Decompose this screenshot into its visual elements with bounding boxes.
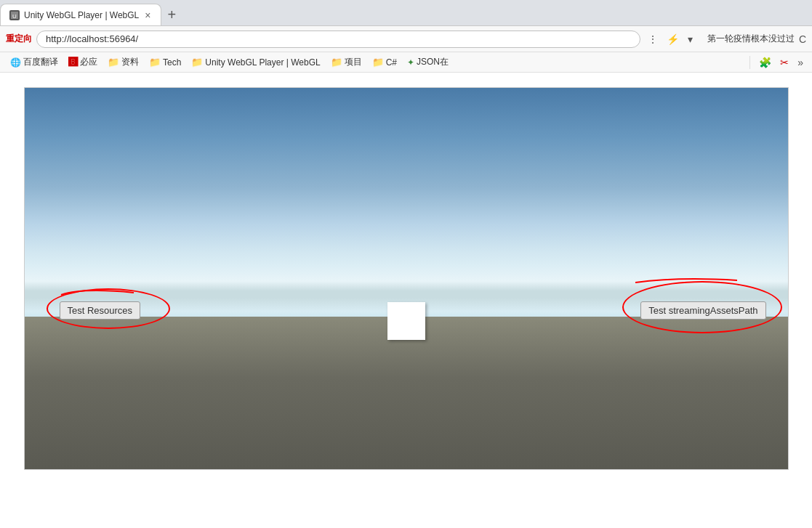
bookmark-folder-ziliao[interactable]: 📁 资料 xyxy=(103,54,143,70)
bing-icon: 🅱 xyxy=(68,57,78,68)
test-streaming-assets-button[interactable]: Test streamingAssetsPath xyxy=(640,301,765,320)
bookmark-label: Tech xyxy=(163,57,181,68)
tab-favicon: U xyxy=(9,10,20,20)
active-tab[interactable]: U Unity WebGL Player | WebGL × xyxy=(0,4,161,25)
nav-bar: 重定向 ⋮ ⚡ ▾ 第一轮疫情根本没过过 C xyxy=(0,26,812,52)
bookmark-folder-tech[interactable]: 📁 Tech xyxy=(145,55,185,69)
unity-canvas[interactable]: Test Resources Test streamingAssetsPath xyxy=(24,87,789,470)
bookmark-label: 项目 xyxy=(345,56,362,68)
nav-actions: ⋮ ⚡ ▾ xyxy=(645,32,696,46)
bookmark-label: 必应 xyxy=(80,56,97,68)
address-bar[interactable] xyxy=(36,31,640,48)
bookmark-label: Unity WebGL Player | WebGL xyxy=(205,57,320,68)
folder-icon: 📁 xyxy=(191,57,203,68)
white-cube-object xyxy=(387,302,425,340)
folder-icon: 📁 xyxy=(331,57,342,68)
folder-icon: 📁 xyxy=(149,57,161,68)
bookmark-folder-project[interactable]: 📁 项目 xyxy=(326,54,366,70)
folder-icon: 📁 xyxy=(108,57,119,68)
bookmarks-right: 🧩 ✂ » xyxy=(747,55,806,70)
bookmark-bing[interactable]: 🅱 必应 xyxy=(64,54,102,70)
bookmark-folder-unity[interactable]: 📁 Unity WebGL Player | WebGL xyxy=(187,55,324,69)
redirect-label: 重定向 xyxy=(6,33,32,45)
bookmark-baidu-translate[interactable]: 🌐 百度翻译 xyxy=(6,54,63,70)
extension-puzzle-button[interactable]: 🧩 xyxy=(756,55,774,70)
content-area: Test Resources Test streamingAssetsPath xyxy=(0,73,812,528)
bookmark-label: JSON在 xyxy=(417,56,449,68)
baidu-icon: 🌐 xyxy=(10,57,21,68)
nav-right-text: 第一轮疫情根本没过过 xyxy=(707,33,795,45)
tab-close-button[interactable]: × xyxy=(143,9,152,21)
extension-tools-button[interactable]: ✂ xyxy=(777,55,792,70)
tab-bar: U Unity WebGL Player | WebGL × + xyxy=(0,0,812,26)
tab-label: Unity WebGL Player | WebGL xyxy=(24,10,139,20)
bookmark-folder-csharp[interactable]: 📁 C# xyxy=(368,55,401,69)
chevron-button[interactable]: ▾ xyxy=(685,32,696,46)
separator xyxy=(749,56,750,69)
svg-text:U: U xyxy=(12,13,17,19)
lightning-button[interactable]: ⚡ xyxy=(664,32,682,46)
bookmark-json[interactable]: ✦ JSON在 xyxy=(403,54,453,70)
bookmark-label: C# xyxy=(386,57,397,68)
bookmarks-bar: 🌐 百度翻译 🅱 必应 📁 资料 📁 Tech 📁 Unity WebGL Pl… xyxy=(0,52,812,73)
nav-menu-button[interactable]: C xyxy=(799,33,806,45)
new-tab-button[interactable]: + xyxy=(161,4,182,25)
folder-icon: 📁 xyxy=(372,57,384,68)
share-button[interactable]: ⋮ xyxy=(645,32,661,46)
extension-more-button[interactable]: » xyxy=(795,55,806,70)
ground-background xyxy=(25,317,788,469)
bookmark-label: 资料 xyxy=(121,56,139,68)
bookmark-label: 百度翻译 xyxy=(23,56,58,68)
browser-frame: U Unity WebGL Player | WebGL × + 重定向 ⋮ ⚡… xyxy=(0,0,812,528)
json-icon: ✦ xyxy=(407,57,414,68)
test-resources-button[interactable]: Test Resources xyxy=(60,301,141,320)
